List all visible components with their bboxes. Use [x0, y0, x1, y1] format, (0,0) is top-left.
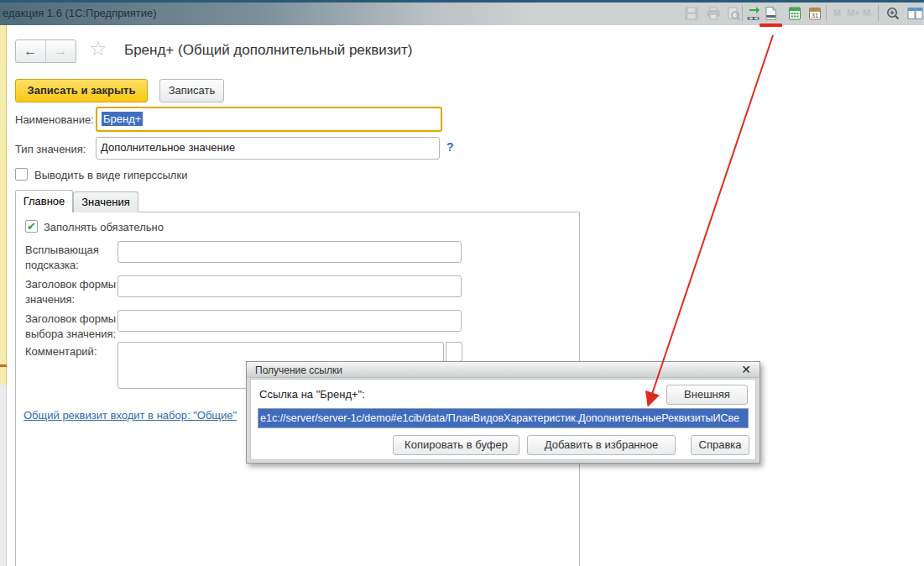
page-title: Бренд+ (Общий дополнительный реквизит) — [124, 42, 413, 59]
required-checkbox-label: Заполнять обязательно — [44, 221, 164, 233]
attribute-set-link[interactable]: Общий реквизит входит в набор: "Общие" — [23, 409, 237, 422]
choice-form-title-label: Заголовок формы выбора значения: — [25, 312, 128, 342]
tooltip-label: Всплывающая подсказка: — [25, 243, 109, 273]
calculator-icon[interactable] — [787, 6, 802, 21]
left-panel-strip[interactable] — [0, 25, 7, 385]
name-label: Наименование: — [15, 113, 94, 126]
toolbar-separator — [742, 5, 743, 21]
toolbar-separator — [826, 5, 827, 21]
get-link-icon[interactable] — [764, 6, 779, 21]
value-form-title-input[interactable] — [117, 275, 462, 297]
tooltip-input[interactable] — [117, 241, 462, 263]
favorite-star-icon[interactable]: ☆ — [89, 37, 107, 60]
value-type-label: Тип значения: — [15, 143, 86, 155]
comment-expand-button[interactable] — [446, 342, 462, 362]
tab-values[interactable]: Значения — [73, 191, 138, 212]
titlebar-accent-line — [0, 0, 924, 3]
calendar-icon[interactable]: 31 — [807, 6, 822, 21]
dialog-help-button[interactable]: Справка — [691, 435, 749, 455]
panels-icon[interactable] — [906, 6, 924, 21]
value-type-input[interactable]: Дополнительное значение — [96, 137, 440, 160]
dialog-link-label: Ссылка на "Бренд+": — [259, 388, 365, 401]
back-button[interactable]: ← — [16, 40, 46, 62]
zoom-in-icon[interactable] — [885, 6, 901, 21]
add-to-favorites-button[interactable]: Добавить в избранное — [527, 435, 676, 455]
comment-label: Комментарий: — [25, 345, 97, 358]
save-icon — [684, 6, 699, 21]
left-panel-strip-lower[interactable] — [0, 385, 7, 566]
hyperlink-checkbox[interactable] — [15, 168, 28, 181]
value-form-title-label: Заголовок формы значения: — [25, 277, 117, 307]
copy-to-clipboard-button[interactable]: Копировать в буфер — [393, 435, 519, 455]
window-titlebar: едакция 1.6 (1С:Предприятие) 31 — [0, 0, 924, 25]
toolbar-separator — [878, 5, 879, 21]
print-preview-icon — [726, 6, 741, 21]
annotation-underline — [760, 24, 782, 27]
help-link[interactable]: ? — [446, 140, 454, 154]
external-link-button[interactable]: Внешняя — [666, 385, 748, 405]
go-link-icon[interactable] — [746, 6, 761, 21]
memory-recall-button: M — [833, 8, 841, 18]
dialog-titlebar[interactable]: Получение ссылки ✕ — [247, 362, 760, 378]
selected-text: Бренд+ — [102, 112, 143, 126]
window-title: едакция 1.6 (1С:Предприятие) — [3, 7, 157, 19]
hyperlink-checkbox-label: Выводить в виде гиперссылки — [34, 169, 187, 181]
print-icon — [706, 6, 721, 21]
required-checkbox[interactable]: ✔ — [25, 220, 38, 233]
link-url-input[interactable]: e1c://server/server-1c/demo#e1cib/data/П… — [258, 408, 749, 428]
save-and-close-button[interactable]: Записать и закрыть — [15, 79, 148, 102]
history-nav: ← → — [15, 39, 76, 63]
get-link-dialog: Получение ссылки ✕ Ссылка на "Бренд+": В… — [246, 361, 760, 464]
memory-add-button: M+ — [847, 8, 860, 18]
memory-subtract-button: M- — [863, 8, 874, 18]
close-icon[interactable]: ✕ — [741, 363, 751, 376]
dialog-title: Получение ссылки — [255, 364, 342, 376]
checkmark-icon: ✔ — [27, 220, 36, 233]
save-button[interactable]: Записать — [159, 79, 224, 102]
choice-form-title-input[interactable] — [117, 310, 462, 332]
forward-button[interactable]: → — [46, 40, 76, 62]
left-strip-marker — [0, 364, 7, 367]
svg-text:31: 31 — [812, 12, 818, 19]
tab-main[interactable]: Главное — [15, 190, 73, 212]
name-input[interactable]: Бренд+ — [96, 107, 442, 132]
